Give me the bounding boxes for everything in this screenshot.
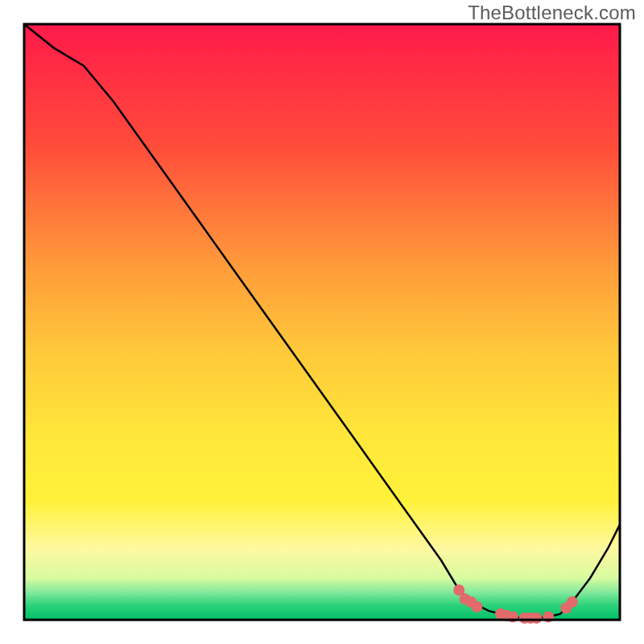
- marker-point: [530, 613, 542, 624]
- marker-point: [567, 597, 578, 608]
- bottleneck-curve-chart: [0, 0, 644, 644]
- chart-container: TheBottleneck.com: [0, 0, 644, 644]
- marker-point: [471, 601, 482, 613]
- watermark-text: TheBottleneck.com: [468, 2, 636, 24]
- gradient-background: [24, 24, 620, 620]
